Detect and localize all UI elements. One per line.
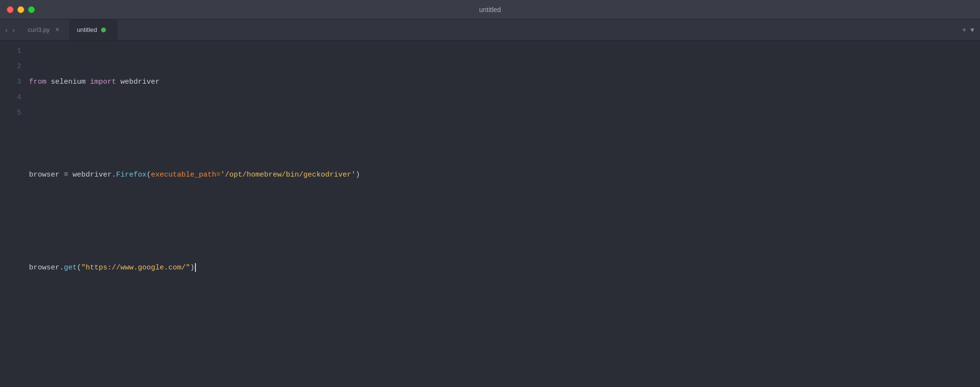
tab-navigation: ‹ › [0, 19, 20, 40]
maximize-button[interactable] [28, 6, 35, 13]
line-number-4: 4 [17, 93, 21, 102]
title-bar: untitled [0, 0, 980, 19]
minimize-button[interactable] [17, 6, 24, 13]
tab-curl3py[interactable]: curl3.py ✕ [20, 19, 69, 40]
code-area[interactable]: from selenium import webdriver browser =… [27, 41, 980, 387]
tab-untitled-label: untitled [77, 26, 97, 33]
tab-untitled-modified-dot [101, 28, 106, 32]
line-number-2: 2 [17, 62, 21, 71]
tab-curl3py-close[interactable]: ✕ [54, 26, 61, 34]
tab-menu-button[interactable]: ▾ [970, 26, 974, 34]
new-tab-button[interactable]: + [962, 26, 966, 34]
window-title: untitled [479, 6, 501, 14]
tab-bar: ‹ › curl3.py ✕ untitled + ▾ [0, 19, 980, 41]
tab-curl3py-label: curl3.py [28, 26, 50, 33]
tab-untitled[interactable]: untitled [69, 19, 118, 40]
code-line-5: browser.get("https://www.google.com/") [29, 260, 980, 276]
editor[interactable]: 1 2 3 4 5 from selenium import webdriver… [0, 41, 980, 387]
traffic-lights [7, 6, 35, 13]
tab-bar-actions: + ▾ [962, 26, 974, 34]
line-numbers: 1 2 3 4 5 [0, 41, 27, 387]
line-number-3: 3 [17, 78, 21, 86]
code-line-3: browser = webdriver.Firefox(executable_p… [29, 167, 980, 183]
line-number-1: 1 [17, 47, 21, 55]
tab-prev-button[interactable]: ‹ [4, 25, 9, 35]
code-line-4 [29, 214, 980, 229]
close-button[interactable] [7, 6, 14, 13]
code-line-2 [29, 121, 980, 136]
code-line-1: from selenium import webdriver [29, 74, 980, 90]
text-cursor [195, 263, 196, 272]
tab-next-button[interactable]: › [11, 25, 16, 35]
line-number-5: 5 [17, 109, 21, 117]
